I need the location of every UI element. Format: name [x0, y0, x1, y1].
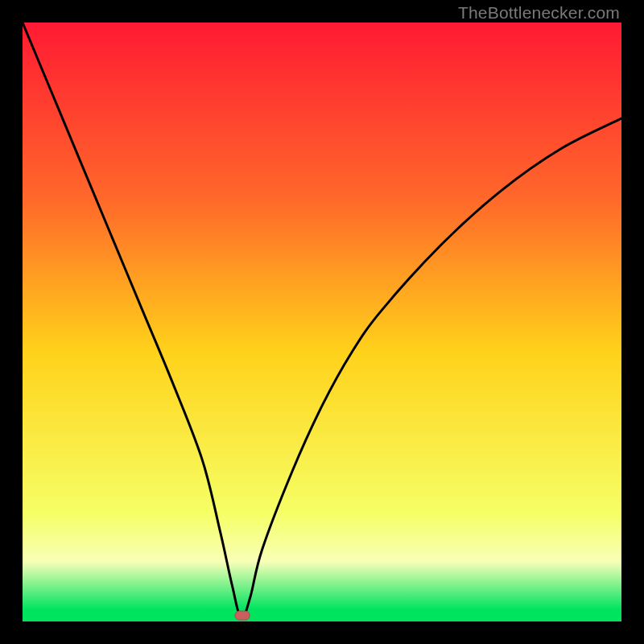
bottleneck-chart	[23, 23, 621, 621]
watermark-text: TheBottlenecker.com	[458, 3, 620, 23]
optimum-marker	[235, 611, 250, 620]
gradient-background	[23, 23, 621, 621]
chart-frame	[23, 23, 621, 621]
